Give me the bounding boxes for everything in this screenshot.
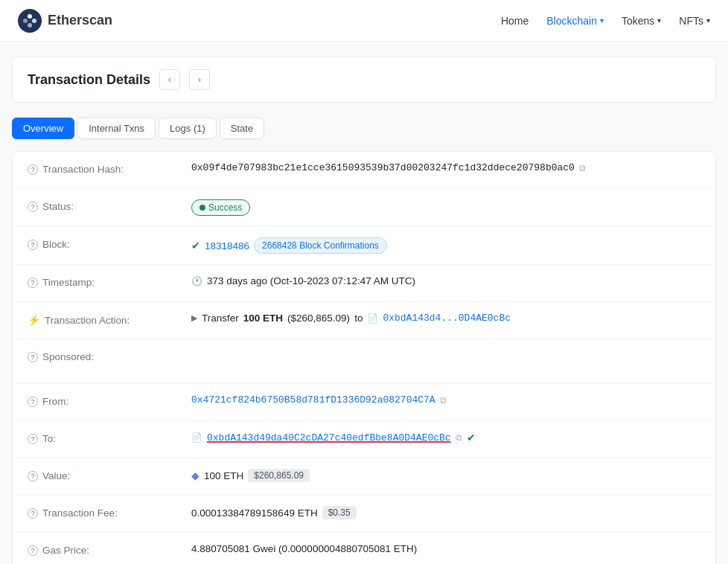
tabs-container: Overview Internal Txns Logs (1) State	[12, 118, 716, 139]
gas-price-label: ? Gas Price:	[28, 543, 191, 556]
nav-tokens[interactable]: Tokens ▾	[622, 15, 661, 27]
tab-state[interactable]: State	[220, 118, 264, 139]
from-label: ? From:	[28, 394, 191, 407]
page-header: Transaction Details ‹ ›	[12, 57, 716, 103]
svg-point-0	[18, 9, 42, 33]
value-eth: 100 ETH	[204, 470, 243, 481]
transaction-hash-row: ? Transaction Hash: 0x09f4de707983bc21e1…	[13, 152, 715, 189]
action-prefix: Transfer	[202, 313, 239, 324]
nav-nfts[interactable]: NFTs ▾	[679, 15, 710, 27]
blockchain-chevron-icon: ▾	[600, 16, 604, 25]
to-info-icon[interactable]: ?	[28, 434, 38, 444]
transaction-hash-value: 0x09f4de707983bc21e1cce3615093539b37d002…	[191, 162, 700, 173]
chevron-right-icon: ›	[198, 74, 201, 85]
from-value: 0x4721cf824b6750B58d781fD1336D92a082704C…	[191, 394, 700, 406]
svg-point-2	[28, 14, 32, 19]
value-row: ? Value: ◆ 100 ETH $260,865.09	[13, 458, 715, 496]
nav-links: Home Blockchain ▾ Tokens ▾ NFTs ▾	[501, 15, 710, 27]
logo-area: Etherscan	[18, 9, 112, 33]
gas-price-text: 4.880705081 Gwei (0.000000004880705081 E…	[191, 543, 417, 554]
block-label: ? Block:	[28, 237, 191, 250]
to-row: ? To: 📄 0xbdA143d49da40C2cDA27c40edfBbe8…	[13, 421, 715, 458]
block-row: ? Block: ✔ 18318486 2668428 Block Confir…	[13, 227, 715, 265]
timestamp-value: 🕐 373 days ago (Oct-10-2023 07:12:47 AM …	[191, 275, 700, 286]
fee-eth: 0.00013384789158649 ETH	[191, 507, 318, 519]
gas-price-row: ? Gas Price: 4.880705081 Gwei (0.0000000…	[13, 533, 715, 564]
etherscan-logo-icon	[18, 9, 42, 33]
transaction-fee-label: ? Transaction Fee:	[28, 506, 191, 519]
prev-nav-button[interactable]: ‹	[159, 69, 180, 90]
transaction-hash-text: 0x09f4de707983bc21e1cce3615093539b37d002…	[191, 162, 575, 173]
block-value: ✔ 18318486 2668428 Block Confirmations	[191, 237, 700, 254]
timestamp-info-icon[interactable]: ?	[28, 278, 38, 288]
page-title: Transaction Details	[28, 72, 150, 88]
timestamp-row: ? Timestamp: 🕐 373 days ago (Oct-10-2023…	[13, 265, 715, 302]
to-value: 📄 0xbdA143d49da40C2cDA27c40edfBbe8A0D4AE…	[191, 432, 700, 443]
value-label: ? Value:	[28, 469, 191, 481]
eth-diamond-icon: ◆	[191, 470, 199, 481]
svg-point-3	[32, 19, 36, 23]
header: Etherscan Home Blockchain ▾ Tokens ▾ NFT…	[0, 0, 728, 42]
page-container: Transaction Details ‹ › Overview Interna…	[0, 42, 728, 564]
transaction-hash-label: ? Transaction Hash:	[28, 162, 191, 175]
chevron-left-icon: ‹	[168, 74, 171, 85]
lightning-icon: ⚡	[28, 314, 40, 326]
transaction-fee-value: 0.00013384789158649 ETH $0.35	[191, 506, 700, 519]
tab-logs[interactable]: Logs (1)	[159, 118, 217, 139]
to-copy-icon[interactable]: ⧉	[456, 432, 462, 443]
action-to-text: to	[354, 313, 363, 324]
tab-internal-txns[interactable]: Internal Txns	[77, 118, 156, 139]
to-label: ? To:	[28, 432, 191, 444]
tab-overview[interactable]: Overview	[12, 118, 74, 139]
contract-icon: 📄	[367, 313, 378, 324]
status-value: Success	[191, 199, 700, 216]
block-info-icon[interactable]: ?	[28, 240, 38, 250]
fee-usd-badge: $0.35	[322, 506, 357, 519]
transaction-action-label: ⚡ Transaction Action:	[28, 313, 191, 326]
next-nav-button[interactable]: ›	[189, 69, 210, 90]
transaction-fee-row: ? Transaction Fee: 0.00013384789158649 E…	[13, 496, 715, 533]
gas-price-value: 4.880705081 Gwei (0.000000004880705081 E…	[191, 543, 700, 554]
nav-home[interactable]: Home	[501, 15, 529, 27]
from-row: ? From: 0x4721cf824b6750B58d781fD1336D92…	[13, 384, 715, 421]
status-badge: Success	[191, 199, 250, 216]
svg-point-4	[28, 23, 32, 28]
from-info-icon[interactable]: ?	[28, 397, 38, 407]
to-verified-icon: ✔	[467, 432, 476, 443]
main-card: ? Transaction Hash: 0x09f4de707983bc21e1…	[12, 151, 716, 564]
action-address-link[interactable]: 0xbdA143d4...0D4AE0cBc	[383, 313, 511, 324]
transaction-hash-copy-icon[interactable]: ⧉	[579, 163, 586, 173]
transaction-action-row: ⚡ Transaction Action: ▶ Transfer 100 ETH…	[13, 302, 715, 339]
value-usd-badge: $260,865.09	[248, 469, 310, 482]
block-check-icon: ✔	[191, 240, 200, 251]
to-address-link[interactable]: 0xbdA143d49da40C2cDA27c40edfBbe8A0D4AE0c…	[207, 432, 451, 443]
from-copy-icon[interactable]: ⧉	[440, 395, 447, 406]
transaction-hash-info-icon[interactable]: ?	[28, 164, 38, 175]
status-row: ? Status: Success	[13, 189, 715, 227]
value-info-icon[interactable]: ?	[28, 471, 38, 481]
sponsored-label: ? Sponsored:	[28, 350, 191, 362]
to-contract-icon: 📄	[191, 432, 202, 443]
action-amount: 100 ETH	[243, 313, 283, 324]
nfts-chevron-icon: ▾	[706, 16, 710, 25]
logo-text: Etherscan	[48, 13, 112, 28]
clock-icon: 🕐	[191, 276, 202, 286]
status-dot-icon	[199, 205, 205, 211]
block-number-link[interactable]: 18318486	[205, 240, 249, 251]
block-confirmations-badge: 2668428 Block Confirmations	[254, 237, 387, 254]
gas-price-info-icon[interactable]: ?	[28, 545, 38, 556]
action-usd: ($260,865.09)	[287, 313, 350, 324]
nav-blockchain[interactable]: Blockchain ▾	[546, 15, 604, 27]
transaction-action-value: ▶ Transfer 100 ETH ($260,865.09) to 📄 0x…	[191, 313, 700, 324]
value-value: ◆ 100 ETH $260,865.09	[191, 469, 700, 482]
tokens-chevron-icon: ▾	[657, 16, 661, 25]
timestamp-label: ? Timestamp:	[28, 275, 191, 288]
action-arrow-icon: ▶	[191, 313, 197, 323]
transaction-fee-info-icon[interactable]: ?	[28, 508, 38, 519]
sponsored-info-icon[interactable]: ?	[28, 352, 38, 362]
from-address-link[interactable]: 0x4721cf824b6750B58d781fD1336D92a082704C…	[191, 394, 435, 406]
svg-point-1	[23, 19, 28, 23]
status-label: ? Status:	[28, 199, 191, 212]
status-info-icon[interactable]: ?	[28, 202, 38, 212]
sponsored-row: ? Sponsored:	[13, 339, 715, 384]
